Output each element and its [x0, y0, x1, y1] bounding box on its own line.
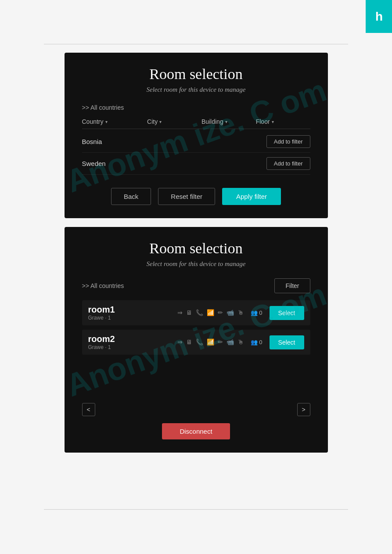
- pagination: < >: [82, 403, 310, 416]
- link-icon-1: ⇒: [177, 309, 183, 317]
- room-icons-1: ⇒ 🖥 📞 📶 ✏ 📹 🖱: [177, 309, 244, 317]
- next-page-button[interactable]: >: [297, 403, 310, 416]
- filter-button[interactable]: Filter: [274, 278, 310, 293]
- filter-col-city[interactable]: City ▾: [147, 118, 201, 125]
- add-filter-btn-bosnia[interactable]: Add to filter: [266, 135, 310, 148]
- filter-col-building-label: Building: [201, 118, 223, 125]
- display-icon-2: 🖱: [237, 339, 244, 346]
- apply-filter-button[interactable]: Apply filter: [222, 188, 281, 205]
- room-name-2: room2: [88, 334, 177, 344]
- pencil-icon-2: ✏: [218, 338, 223, 346]
- spacer: [82, 359, 310, 394]
- filter-panel-buttons: Back Reset filter Apply filter: [82, 188, 310, 205]
- pencil-icon-1: ✏: [218, 309, 223, 317]
- camera-icon-1: 📹: [227, 309, 234, 317]
- wifi-icon-2: 📶: [207, 338, 214, 346]
- select-room2-button[interactable]: Select: [270, 335, 304, 349]
- filter-col-country-label: Country: [82, 118, 104, 125]
- room-sub-1: Grawe · 1: [88, 315, 177, 321]
- logo: h: [366, 0, 392, 33]
- filter-col-floor[interactable]: Floor ▾: [256, 118, 310, 125]
- monitor-icon-2: 🖥: [186, 339, 192, 346]
- camera-icon-2: 📹: [227, 338, 234, 346]
- room-people-1: 👥 0: [251, 309, 263, 316]
- filter-header: Country ▾ City ▾ Building ▾ Floor ▾: [82, 118, 310, 129]
- panel1-subtitle: Select room for this device to manage: [82, 86, 310, 94]
- reset-filter-button[interactable]: Reset filter: [158, 188, 215, 205]
- filter-panel: Anonym ize. C om Room selection Select r…: [65, 53, 328, 218]
- filter-col-city-label: City: [147, 118, 158, 125]
- chevron-building-icon: ▾: [225, 119, 227, 124]
- country-name-sweden: Sweden: [82, 160, 266, 167]
- link-icon-2: ⇒: [177, 338, 183, 346]
- room-list-panel: Anonym ize. C om Room selection Select r…: [65, 227, 328, 453]
- add-filter-btn-sweden[interactable]: Add to filter: [266, 157, 310, 170]
- disconnect-button[interactable]: Disconnect: [162, 423, 230, 439]
- panel2-header: >> All countries Filter: [82, 278, 310, 293]
- phone-icon-2: 📞: [196, 338, 203, 346]
- filter-col-building[interactable]: Building ▾: [201, 118, 256, 125]
- logo-text: h: [375, 10, 382, 24]
- wifi-icon-1: 📶: [207, 309, 214, 317]
- select-room1-button[interactable]: Select: [270, 306, 304, 320]
- chevron-floor-icon: ▾: [272, 119, 274, 124]
- bottom-divider: [44, 509, 348, 510]
- panel1-title: Room selection: [82, 66, 310, 83]
- room-row-2: room2 Grawe · 1 ⇒ 🖥 📞 📶 ✏ 📹 🖱 👥 0 Select: [82, 330, 310, 355]
- room-sub-2: Grawe · 1: [88, 344, 177, 350]
- prev-page-button[interactable]: <: [82, 403, 95, 416]
- room-icons-2: ⇒ 🖥 📞 📶 ✏ 📹 🖱: [177, 338, 244, 346]
- room-row-1: room1 Grawe · 1 ⇒ 🖥 📞 📶 ✏ 📹 🖱 👥 0 Select: [82, 300, 310, 325]
- back-button[interactable]: Back: [111, 188, 151, 205]
- room-info-1: room1 Grawe · 1: [88, 305, 177, 321]
- panel2-title: Room selection: [82, 240, 310, 257]
- filter-row-bosnia: Bosnia Add to filter: [82, 131, 310, 153]
- main-content: Anonym ize. C om Room selection Select r…: [65, 53, 328, 453]
- filter-row-sweden: Sweden Add to filter: [82, 153, 310, 175]
- filter-col-floor-label: Floor: [256, 118, 270, 125]
- monitor-icon-1: 🖥: [186, 309, 192, 317]
- room-name-1: room1: [88, 305, 177, 315]
- panel2-subtitle: Select room for this device to manage: [82, 260, 310, 268]
- disconnect-wrap: Disconnect: [82, 423, 310, 439]
- room-info-2: room2 Grawe · 1: [88, 334, 177, 350]
- all-countries-2: >> All countries: [82, 282, 124, 289]
- display-icon-1: 🖱: [237, 309, 244, 317]
- room-people-2: 👥 0: [251, 339, 263, 345]
- chevron-city-icon: ▾: [159, 119, 162, 124]
- all-countries-1: >> All countries: [82, 104, 310, 111]
- chevron-country-icon: ▾: [105, 119, 108, 124]
- top-divider: [44, 44, 348, 44]
- country-name-bosnia: Bosnia: [82, 138, 266, 145]
- filter-col-country[interactable]: Country ▾: [82, 118, 147, 125]
- phone-icon-1: 📞: [196, 309, 203, 317]
